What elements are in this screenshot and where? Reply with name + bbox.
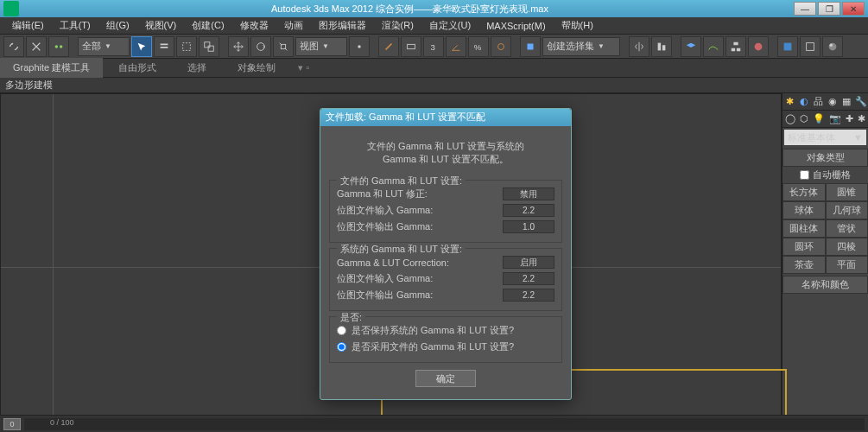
btn-torus[interactable]: 圆环 — [782, 238, 826, 256]
material-editor-button[interactable] — [748, 36, 769, 57]
layer-button[interactable] — [681, 36, 701, 57]
motion-tab-icon[interactable]: ◉ — [827, 96, 839, 108]
window-title: Autodesk 3ds Max 2012 综合实例——豪华欧式卧室灯光表现.m… — [26, 3, 794, 16]
file-output-label: 位图文件输出 Gamma: — [337, 220, 433, 233]
unlink-button[interactable] — [26, 36, 47, 57]
menu-graph[interactable]: 图形编辑器 — [312, 17, 373, 34]
rotate-button[interactable] — [250, 36, 271, 57]
btn-geosphere[interactable]: 几何球 — [826, 201, 869, 219]
named-selection-dropdown[interactable]: 创建选择集▼ — [542, 37, 620, 56]
select-button[interactable] — [131, 36, 152, 57]
geometry-icon[interactable]: ◯ — [785, 113, 795, 124]
ribbon-tab-select[interactable]: 选择 — [172, 59, 222, 77]
ribbon-bar: Graphite 建模工具 自由形式 选择 对象绘制 ▾ ▫ — [0, 59, 868, 78]
manipulate-button[interactable] — [378, 36, 399, 57]
link-button[interactable] — [3, 36, 24, 57]
main-menu: 编辑(E) 工具(T) 组(G) 视图(V) 创建(C) 修改器 动画 图形编辑… — [0, 17, 868, 35]
svg-point-20 — [755, 42, 763, 50]
minimize-button[interactable]: — — [794, 2, 816, 16]
menu-tools[interactable]: 工具(T) — [53, 17, 98, 34]
ribbon-tab-graphite[interactable]: Graphite 建模工具 — [0, 58, 103, 78]
modify-tab-icon[interactable]: ◐ — [798, 96, 810, 108]
display-tab-icon[interactable]: ▦ — [840, 96, 852, 108]
btn-plane[interactable]: 平面 — [826, 256, 869, 274]
menu-render[interactable]: 渲染(R) — [375, 17, 421, 34]
file-input-label: 位图文件输入 Gamma: — [337, 204, 433, 217]
window-crossing-button[interactable] — [199, 36, 219, 57]
align-button[interactable] — [651, 36, 672, 57]
lights-icon[interactable]: 💡 — [813, 113, 825, 124]
scale-button[interactable] — [273, 36, 294, 57]
curve-editor-button[interactable] — [703, 36, 724, 57]
file-input-value: 2.2 — [503, 204, 554, 217]
menu-modifiers[interactable]: 修改器 — [233, 17, 276, 34]
object-type-header[interactable]: 对象类型 — [782, 149, 868, 167]
keyboard-shortcut-button[interactable] — [401, 36, 421, 57]
reference-coord-dropdown[interactable]: 视图▼ — [295, 37, 347, 56]
timeline-track[interactable]: 0 / 100 — [24, 418, 865, 430]
menu-create[interactable]: 创建(C) — [185, 17, 231, 34]
svg-point-9 — [358, 45, 361, 48]
move-button[interactable] — [228, 36, 249, 57]
spinner-snap-button[interactable] — [491, 36, 511, 57]
adopt-file-radio[interactable] — [337, 342, 346, 352]
window-titlebar: Autodesk 3ds Max 2012 综合实例——豪华欧式卧室灯光表现.m… — [0, 0, 868, 17]
render-button[interactable] — [822, 36, 843, 57]
ribbon-tab-paint[interactable]: 对象绘制 — [222, 59, 291, 77]
btn-teapot[interactable]: 茶壶 — [782, 256, 826, 274]
shapes-icon[interactable]: ⬡ — [800, 113, 808, 124]
render-setup-button[interactable] — [777, 36, 798, 57]
systems-icon[interactable]: ✱ — [858, 113, 865, 124]
autogrid-checkbox[interactable] — [800, 170, 809, 180]
file-settings-label: 文件的 Gamma 和 LUT 设置: — [337, 175, 466, 187]
system-settings-label: 系统的 Gamma 和 LUT 设置: — [337, 243, 466, 256]
time-slider[interactable]: 0 — [3, 418, 21, 430]
menu-customize[interactable]: 自定义(U) — [422, 17, 478, 34]
keep-system-label: 是否保持系统的 Gamma 和 LUT 设置? — [352, 324, 514, 337]
keep-system-radio[interactable] — [337, 326, 346, 335]
render-frame-button[interactable] — [800, 36, 820, 57]
maximize-button[interactable]: ❐ — [818, 2, 840, 16]
ribbon-expand-icon[interactable]: ▾ ▫ — [298, 62, 309, 73]
btn-cylinder[interactable]: 圆柱体 — [782, 219, 826, 238]
menu-maxscript[interactable]: MAXScript(M) — [479, 19, 552, 33]
sys-input-label: 位图文件输入 Gamma: — [337, 272, 433, 285]
hierarchy-tab-icon[interactable]: 品 — [812, 96, 824, 108]
percent-snap-button[interactable]: % — [468, 36, 489, 57]
ok-button[interactable]: 确定 — [415, 370, 476, 387]
mirror-button[interactable] — [629, 36, 649, 57]
menu-view[interactable]: 视图(V) — [138, 17, 184, 34]
sys-output-value: 2.2 — [503, 289, 554, 302]
select-name-button[interactable] — [154, 36, 174, 57]
edit-selection-button[interactable] — [520, 36, 541, 57]
category-dropdown[interactable]: 标准基本体▼ — [784, 130, 866, 145]
utilities-tab-icon[interactable]: 🔧 — [855, 96, 867, 108]
pivot-button[interactable] — [349, 36, 370, 57]
btn-tube[interactable]: 管状 — [826, 219, 869, 238]
snap-toggle-button[interactable]: 3 — [423, 36, 444, 57]
menu-group[interactable]: 组(G) — [99, 17, 136, 34]
svg-rect-3 — [161, 47, 168, 48]
menu-animation[interactable]: 动画 — [277, 17, 310, 34]
timeline-range: 0 / 100 — [50, 418, 74, 427]
ribbon-tab-freeform[interactable]: 自由形式 — [103, 59, 172, 77]
btn-pyramid[interactable]: 四棱 — [826, 238, 869, 256]
bind-button[interactable] — [48, 36, 69, 57]
menu-edit[interactable]: 编辑(E) — [5, 17, 51, 34]
btn-cone[interactable]: 圆锥 — [826, 183, 869, 201]
selection-filter-dropdown[interactable]: 全部▼ — [78, 37, 130, 56]
btn-sphere[interactable]: 球体 — [782, 201, 826, 219]
create-tab-icon[interactable]: ✱ — [783, 96, 795, 108]
filter-label: 全部 — [82, 40, 101, 53]
schematic-button[interactable] — [725, 36, 746, 57]
svg-rect-4 — [183, 42, 191, 50]
select-region-button[interactable] — [176, 36, 197, 57]
timeline[interactable]: 0 0 / 100 — [0, 415, 868, 432]
angle-snap-button[interactable] — [446, 36, 466, 57]
cameras-icon[interactable]: 📷 — [829, 113, 841, 124]
name-color-header[interactable]: 名称和颜色 — [782, 276, 868, 294]
helpers-icon[interactable]: ✚ — [846, 113, 853, 124]
close-button[interactable]: ✕ — [842, 2, 865, 16]
menu-help[interactable]: 帮助(H) — [554, 17, 600, 34]
btn-box[interactable]: 长方体 — [782, 183, 826, 201]
